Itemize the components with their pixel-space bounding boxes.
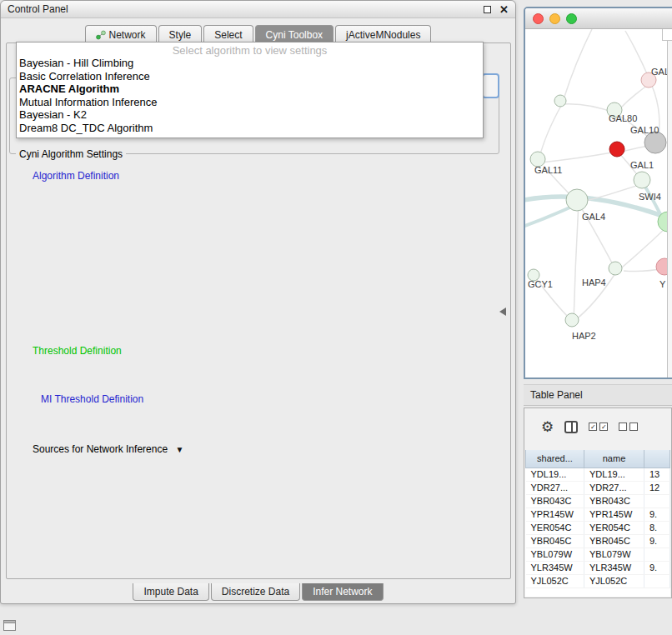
table-row[interactable]: YDL19...YDL19...13	[526, 468, 670, 481]
network-window-titlebar[interactable]	[525, 8, 672, 29]
tab-label: Cyni Toolbox	[266, 29, 323, 41]
table-cell[interactable]: YJL052C	[584, 574, 644, 588]
table-cell[interactable]: 9.	[644, 561, 670, 574]
network-canvas[interactable]: GALGAL80GAL10GAL11GAL1SWI4GAL4GCY1HAP4HA…	[525, 29, 667, 378]
sources-group-header[interactable]: Sources for Network Inference ▼	[29, 444, 187, 455]
tab-style[interactable]: Style	[158, 25, 203, 43]
top-tab-bar: NetworkStyleSelectCyni ToolboxjActiveMNo…	[1, 24, 515, 43]
table-cell[interactable]: 9.	[644, 508, 670, 521]
table-panel: ⚙ ✓ ✓ shared...name YDL19...YDL19...13YD…	[524, 408, 672, 598]
collapse-down-icon: ▼	[175, 445, 183, 454]
table-cell[interactable]	[644, 494, 670, 508]
table-cell[interactable]: YBL079W	[584, 548, 644, 561]
close-traffic-light-icon[interactable]	[533, 13, 544, 24]
tab-cyni-toolbox[interactable]: Cyni Toolbox	[255, 25, 333, 43]
node-table: shared...name YDL19...YDL19...13YDR27...…	[525, 450, 670, 588]
table-cell[interactable]: 8.	[644, 521, 670, 534]
network-node-label: HAP2	[572, 331, 596, 341]
table-cell[interactable]: YBL079W	[526, 548, 584, 561]
tab-select[interactable]: Select	[203, 25, 253, 43]
table-cell[interactable]: YDL19...	[526, 468, 584, 481]
algorithm-option[interactable]: Basic Correlation Inference	[17, 70, 483, 83]
network-node[interactable]	[565, 313, 579, 327]
table-cell[interactable]: 13	[644, 468, 670, 481]
algorithm-option[interactable]: Bayesian - K2	[17, 108, 483, 122]
table-cell[interactable]: YBR043C	[526, 494, 584, 508]
tab-network[interactable]: Network	[85, 25, 157, 43]
tab-label: Style	[169, 29, 192, 41]
table-cell[interactable]: 12	[644, 481, 670, 494]
table-row[interactable]: YBL079WYBL079W	[526, 548, 670, 561]
table-cell[interactable]: YBR045C	[526, 534, 584, 548]
table-cell[interactable]	[644, 548, 670, 561]
control-panel-titlebar[interactable]: Control Panel ✕	[1, 1, 515, 18]
network-node-label: GCY1	[528, 279, 553, 289]
column-header-1[interactable]: shared...	[526, 450, 584, 468]
table-row[interactable]: YDR27...YDR27...12	[526, 481, 670, 494]
network-node[interactable]	[609, 262, 622, 275]
network-node[interactable]	[554, 95, 566, 107]
algorithm-option[interactable]: Mutual Information Inference	[17, 96, 483, 109]
table-cell[interactable]: 9.	[644, 534, 670, 548]
close-icon[interactable]: ✕	[499, 4, 509, 15]
table-panel-toolbar: ⚙ ✓ ✓	[524, 408, 671, 445]
network-node-label: GAL10	[630, 125, 659, 135]
network-view-window: GALGAL80GAL10GAL11GAL1SWI4GAL4GCY1HAP4HA…	[524, 7, 672, 379]
table-cell[interactable]: YLR345W	[526, 561, 584, 574]
columns-icon[interactable]	[564, 421, 578, 433]
network-node[interactable]	[609, 142, 624, 157]
network-node-label: GAL80	[609, 113, 637, 123]
focused-button-remnant[interactable]	[482, 73, 499, 98]
table-header-row: shared...name	[526, 450, 670, 468]
table-row[interactable]: YER054CYER054C8.	[526, 521, 670, 534]
deselect-all-icon[interactable]	[619, 422, 638, 431]
network-node[interactable]	[634, 172, 650, 188]
table-cell[interactable]: YPR145W	[526, 508, 584, 521]
docked-panel-icon[interactable]	[3, 620, 16, 631]
algorithm-option[interactable]: Bayesian - Hill Climbing	[17, 57, 483, 70]
network-node-label: SWI4	[639, 192, 661, 202]
minimize-traffic-light-icon[interactable]	[549, 13, 560, 24]
table-cell[interactable]: YDL19...	[584, 468, 644, 481]
select-all-icon[interactable]: ✓ ✓	[589, 422, 608, 431]
table-row[interactable]: YPR145WYPR145W9.	[526, 508, 670, 521]
table-cell[interactable]: YER054C	[526, 521, 584, 534]
table-row[interactable]: YJL052CYJL052C	[526, 574, 670, 588]
algorithm-option[interactable]: Dream8 DC_TDC Algorithm	[17, 122, 483, 135]
algorithm-dropdown-popup: Select algorithm to view settings Bayesi…	[16, 42, 484, 138]
table-panel-header-bar[interactable]: Table Panel	[524, 384, 672, 406]
table-body: YDL19...YDL19...13YDR27...YDR27...12YBR0…	[526, 468, 670, 588]
table-cell[interactable]: YLR345W	[584, 561, 644, 574]
table-row[interactable]: YBR043CYBR043C	[526, 494, 670, 508]
float-window-icon[interactable]	[484, 6, 491, 13]
algorithm-definition-title: Algorithm Definition	[29, 171, 123, 181]
checked-box-icon: ✓	[599, 422, 608, 431]
table-cell[interactable]: YDR27...	[584, 481, 644, 494]
table-cell[interactable]: YBR043C	[584, 494, 644, 508]
column-header-3[interactable]	[644, 450, 670, 468]
algorithm-dropdown-list: Bayesian - Hill ClimbingBasic Correlatio…	[17, 57, 483, 134]
tab-label: Network	[109, 29, 146, 41]
column-header-2[interactable]: name	[584, 450, 644, 468]
tab-label: Select	[214, 29, 242, 41]
table-cell[interactable]: YJL052C	[526, 574, 584, 588]
gear-icon[interactable]: ⚙	[541, 420, 554, 434]
table-cell[interactable]: YER054C	[584, 521, 644, 534]
table-row[interactable]: YLR345WYLR345W9.	[526, 561, 670, 574]
splitter-collapse-icon[interactable]	[499, 308, 506, 316]
table-cell[interactable]: YPR145W	[584, 508, 644, 521]
table-row[interactable]: YBR045CYBR045C9.	[526, 534, 670, 548]
unchecked-box-icon	[629, 422, 638, 431]
tab-discretize-data[interactable]: Discretize Data	[211, 583, 300, 601]
table-cell[interactable]: YBR045C	[584, 534, 644, 548]
algorithm-option[interactable]: ARACNE Algorithm	[17, 82, 483, 96]
tab-impute-data[interactable]: Impute Data	[133, 583, 208, 601]
table-cell[interactable]	[644, 574, 670, 588]
network-vertical-scrollbar[interactable]	[667, 29, 672, 378]
tab-infer-network[interactable]: Infer Network	[302, 583, 383, 601]
tab-jactivemnodules[interactable]: jActiveMNodules	[335, 25, 431, 43]
network-node[interactable]	[566, 189, 588, 211]
network-scrollbar-button[interactable]	[662, 29, 672, 41]
zoom-traffic-light-icon[interactable]	[566, 13, 577, 24]
table-cell[interactable]: YDR27...	[526, 481, 584, 494]
